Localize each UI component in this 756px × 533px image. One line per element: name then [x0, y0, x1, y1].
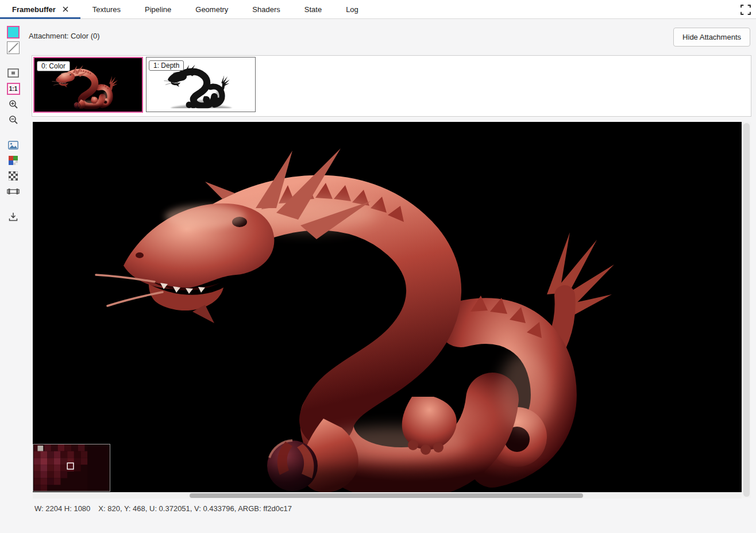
tab-shaders[interactable]: Shaders	[240, 0, 292, 18]
vertical-scrollbar[interactable]	[742, 122, 751, 498]
channels-icon	[9, 156, 18, 165]
pixel-readout: X: 820, Y: 468, U: 0.372051, V: 0.433796…	[98, 503, 292, 515]
close-icon[interactable]	[63, 6, 68, 12]
zoom-in-button[interactable]	[6, 97, 20, 111]
fullscreen-icon[interactable]	[740, 5, 751, 15]
one-to-one-icon: 1:1	[7, 83, 20, 95]
zoom-out-icon	[9, 115, 18, 125]
tab-label: Framebuffer	[12, 5, 56, 14]
horizontal-scrollbar-handle[interactable]	[190, 493, 583, 498]
tab-bar: Framebuffer Textures Pipeline Geometry S…	[0, 0, 756, 19]
pixel-zoom-pixels	[33, 444, 110, 491]
tab-label: Log	[346, 5, 358, 14]
attachment-label: 1: Depth	[149, 60, 184, 71]
tab-geometry[interactable]: Geometry	[183, 0, 240, 18]
tab-textures[interactable]: Textures	[80, 0, 133, 18]
dragon-render	[33, 122, 742, 492]
range-icon	[7, 188, 20, 195]
save-icon	[9, 212, 18, 221]
texture-toolbar: 1:1	[5, 25, 21, 225]
tab-label: State	[304, 5, 322, 14]
channels-button[interactable]	[6, 154, 20, 167]
save-button[interactable]	[6, 210, 20, 224]
zoom-in-icon	[9, 99, 18, 109]
tab-framebuffer[interactable]: Framebuffer	[0, 0, 80, 18]
attachment-info-label: Attachment: Color (0)	[29, 32, 100, 40]
texture-dimensions: W: 2204 H: 1080	[34, 503, 90, 515]
attachment-thumb-depth[interactable]: 1: Depth	[146, 57, 256, 112]
fit-window-icon	[7, 68, 19, 78]
tab-label: Shaders	[252, 5, 280, 14]
horizontal-scrollbar[interactable]	[33, 493, 742, 499]
pixel-zoom-overlay	[33, 444, 110, 492]
checkerboard-button[interactable]	[6, 169, 20, 183]
zoom-out-button[interactable]	[6, 113, 20, 126]
range-button[interactable]	[6, 185, 20, 198]
alpha-swatch-icon	[7, 41, 20, 54]
hide-attachments-button[interactable]: Hide Attachments	[673, 28, 750, 47]
texture-viewport[interactable]	[33, 122, 742, 492]
image-mode-button[interactable]	[6, 138, 20, 152]
tab-label: Geometry	[195, 5, 228, 14]
tab-label: Textures	[92, 5, 121, 14]
tab-state[interactable]: State	[292, 0, 334, 18]
color-swatch-icon	[7, 26, 20, 39]
image-mode-icon	[8, 141, 18, 149]
tab-log[interactable]: Log	[334, 0, 371, 18]
checkerboard-icon	[9, 171, 18, 181]
tab-pipeline[interactable]: Pipeline	[133, 0, 183, 18]
hide-attachments-label: Hide Attachments	[682, 33, 741, 41]
vertical-scrollbar-handle[interactable]	[743, 123, 750, 497]
one-to-one-button[interactable]: 1:1	[6, 82, 20, 95]
attachments-panel: 0: Color 1: Depth	[32, 55, 751, 117]
fit-window-button[interactable]	[6, 66, 20, 80]
status-bar: W: 2204 H: 1080 X: 820, Y: 468, U: 0.372…	[34, 503, 292, 515]
attachment-thumb-color[interactable]: 0: Color	[33, 57, 143, 113]
color-swatch[interactable]	[6, 25, 20, 39]
attachment-label: 0: Color	[37, 61, 70, 71]
alpha-swatch[interactable]	[6, 41, 20, 55]
tab-label: Pipeline	[145, 5, 171, 14]
